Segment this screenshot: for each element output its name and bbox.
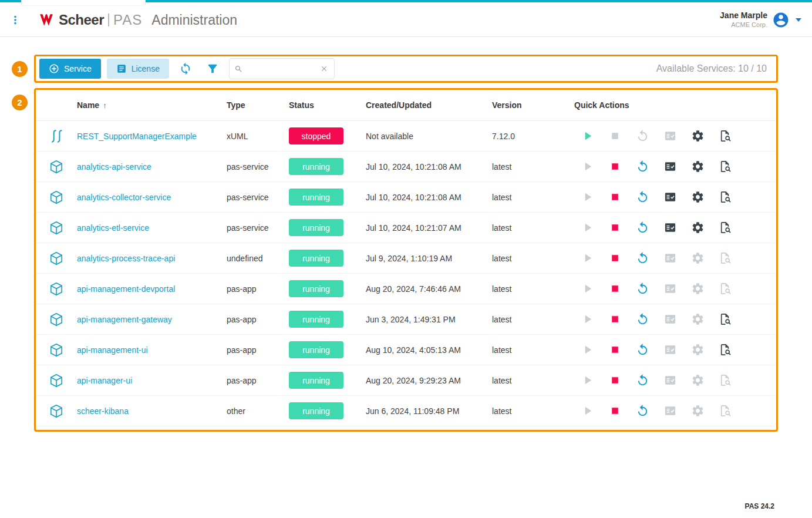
clear-search-button[interactable] xyxy=(319,63,329,74)
logs-button[interactable] xyxy=(662,281,678,297)
header-name[interactable]: Name ↑ xyxy=(77,100,227,110)
start-service-button[interactable] xyxy=(579,281,595,297)
start-service-button[interactable] xyxy=(579,250,595,267)
log-analyzer-button[interactable] xyxy=(717,403,733,419)
log-analyzer-button[interactable] xyxy=(717,372,733,389)
start-service-button[interactable] xyxy=(579,403,595,419)
license-button[interactable]: License xyxy=(107,59,169,79)
log-analyzer-button[interactable] xyxy=(717,220,733,236)
start-service-button[interactable] xyxy=(579,311,595,328)
restart-service-button[interactable] xyxy=(634,159,651,175)
container-service-icon xyxy=(36,281,77,297)
active-tab-notch xyxy=(21,0,146,6)
service-version: latest xyxy=(492,284,574,294)
page-title: Administration xyxy=(151,12,237,28)
start-service-button[interactable] xyxy=(579,159,595,175)
restart-service-button[interactable] xyxy=(634,220,651,236)
logs-button[interactable] xyxy=(662,159,678,175)
log-analyzer-button[interactable] xyxy=(717,189,733,206)
search-box xyxy=(229,58,335,79)
created-updated: Jul 10, 2024, 10:21:08 AM xyxy=(366,193,492,202)
settings-button[interactable] xyxy=(689,189,706,206)
settings-button[interactable] xyxy=(689,250,706,267)
logs-button[interactable] xyxy=(662,311,678,328)
stop-service-button[interactable] xyxy=(607,220,623,236)
filter-button[interactable] xyxy=(202,59,223,79)
user-avatar-icon[interactable] xyxy=(772,11,790,29)
start-service-button[interactable] xyxy=(579,342,595,358)
quick-actions xyxy=(574,281,776,297)
service-name-link[interactable]: api-manager-ui xyxy=(77,376,132,385)
log-analyzer-button[interactable] xyxy=(717,281,733,297)
service-name-link[interactable]: scheer-kibana xyxy=(77,406,129,416)
settings-button[interactable] xyxy=(689,372,706,389)
settings-button[interactable] xyxy=(689,220,706,236)
restart-service-button[interactable] xyxy=(634,189,651,206)
log-analyzer-button[interactable] xyxy=(717,128,733,144)
stop-icon xyxy=(608,251,622,265)
service-name-link[interactable]: analytics-process-trace-api xyxy=(77,254,175,263)
logs-button[interactable] xyxy=(662,220,678,236)
service-name-link[interactable]: api-management-devportal xyxy=(77,284,175,294)
table-row: api-management-devportal pas-app running… xyxy=(36,274,776,304)
log-analyzer-button[interactable] xyxy=(717,250,733,267)
stop-service-button[interactable] xyxy=(607,159,623,175)
stop-service-button[interactable] xyxy=(607,250,623,267)
settings-button[interactable] xyxy=(689,342,706,358)
start-service-button[interactable] xyxy=(579,128,595,144)
table-row: analytics-etl-service pas-service runnin… xyxy=(36,213,776,243)
container-service-icon xyxy=(36,403,77,419)
stop-service-button[interactable] xyxy=(607,342,623,358)
settings-button[interactable] xyxy=(689,403,706,419)
service-name-link[interactable]: analytics-api-service xyxy=(77,162,151,171)
stop-icon xyxy=(608,282,622,295)
stop-service-button[interactable] xyxy=(607,372,623,389)
add-service-button[interactable]: Service xyxy=(39,59,101,79)
restart-service-button[interactable] xyxy=(634,311,651,328)
restart-service-button[interactable] xyxy=(634,403,651,419)
logs-button[interactable] xyxy=(662,342,678,358)
settings-button[interactable] xyxy=(689,128,706,144)
start-service-button[interactable] xyxy=(579,372,595,389)
service-name-link[interactable]: analytics-collector-service xyxy=(77,193,171,202)
search-input[interactable] xyxy=(247,64,315,73)
user-menu[interactable]: Jane Marple ACME Corp. xyxy=(720,11,801,29)
quick-actions xyxy=(574,403,776,419)
log-analyzer-button[interactable] xyxy=(717,159,733,175)
settings-button[interactable] xyxy=(689,311,706,328)
logs-button[interactable] xyxy=(662,372,678,389)
stop-service-button[interactable] xyxy=(607,189,623,206)
stop-service-button[interactable] xyxy=(607,311,623,328)
logs-button[interactable] xyxy=(662,189,678,206)
settings-button[interactable] xyxy=(689,159,706,175)
search-icon xyxy=(234,65,243,73)
logs-button[interactable] xyxy=(662,250,678,267)
logs-button[interactable] xyxy=(662,128,678,144)
log-analyzer-button[interactable] xyxy=(717,342,733,358)
restart-service-button[interactable] xyxy=(634,128,651,144)
log-analyzer-button[interactable] xyxy=(717,311,733,328)
refresh-button[interactable] xyxy=(175,59,196,79)
restart-service-button[interactable] xyxy=(634,342,651,358)
stop-service-button[interactable] xyxy=(607,281,623,297)
created-updated: Jun 6, 2024, 11:09:48 PM xyxy=(366,406,492,416)
service-name-link[interactable]: api-management-ui xyxy=(77,345,148,355)
chevron-down-icon[interactable] xyxy=(796,18,801,22)
restart-service-button[interactable] xyxy=(634,372,651,389)
start-service-button[interactable] xyxy=(579,220,595,236)
restart-service-button[interactable] xyxy=(634,281,651,297)
logs-button[interactable] xyxy=(662,403,678,419)
menu-kebab-icon[interactable] xyxy=(8,13,22,27)
stop-service-button[interactable] xyxy=(607,403,623,419)
settings-button[interactable] xyxy=(689,281,706,297)
restart-service-button[interactable] xyxy=(634,250,651,267)
service-name-link[interactable]: REST_SupportManagerExample xyxy=(77,132,197,141)
service-name-link[interactable]: api-management-gateway xyxy=(77,315,172,324)
log-check-icon xyxy=(663,343,677,356)
service-name-link[interactable]: analytics-etl-service xyxy=(77,223,149,233)
header-status: Status xyxy=(289,100,366,110)
sync-icon xyxy=(179,62,192,75)
stop-service-button[interactable] xyxy=(607,128,623,144)
status-cell: running xyxy=(289,311,366,328)
start-service-button[interactable] xyxy=(579,189,595,206)
